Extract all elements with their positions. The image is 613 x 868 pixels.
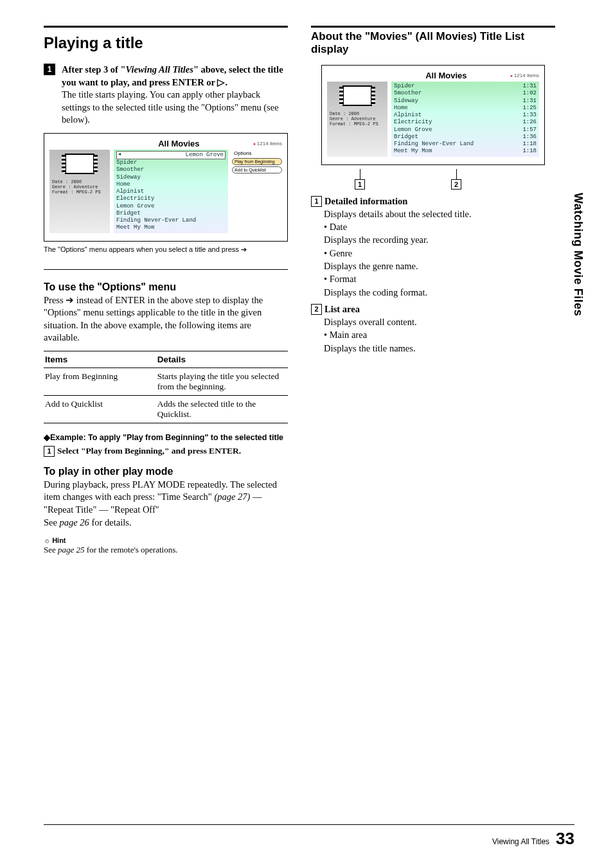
table-header: Items (44, 351, 156, 368)
text: Displays the title names. (324, 342, 555, 355)
shot-item-count: 1214 items (510, 73, 539, 78)
table-header: Details (156, 351, 288, 368)
text-italic: Viewing All Titles (126, 64, 193, 75)
label: Format (330, 121, 346, 127)
label: Genre (52, 184, 66, 190)
shot-title: All Movies (425, 71, 466, 80)
table-cell: Adds the selected title to the Quicklist… (156, 395, 288, 423)
film-icon (65, 154, 94, 174)
label: Date (52, 179, 63, 184)
list-item: Lemon Grove (116, 203, 154, 210)
duration: 1:18 (522, 141, 537, 148)
label: Format (52, 190, 68, 195)
list-item: Sideway (116, 174, 141, 181)
text: Displays the recording year. (324, 233, 555, 246)
shot-item-count: 1214 items (253, 141, 282, 146)
table-cell: Play from Beginning (44, 368, 156, 395)
section-heading: About the "Movies" (All Movies) Title Li… (311, 30, 555, 56)
callout-ref: 1 (311, 196, 322, 207)
list-item: Electricity (116, 195, 154, 202)
hint-body: See page 25 for the remote's operations. (44, 544, 288, 556)
text: See (44, 545, 58, 554)
table-row: Play from Beginning Starts playing the t… (44, 368, 288, 395)
list-item: Meet My Mom (116, 224, 154, 231)
option-play-beginning: Play from Beginning (232, 158, 282, 165)
rule (44, 26, 288, 28)
body-text: Press ➔ instead of ENTER in the above st… (44, 294, 288, 344)
example-heading: ◆Example: To apply "Play from Beginning"… (44, 432, 288, 442)
list-item: Sideway (394, 98, 418, 105)
hint-label: Hint (44, 536, 288, 544)
text: Displays details about the selected titl… (324, 208, 555, 220)
text: for details. (89, 517, 132, 527)
value: : MPEG-2 PS (71, 190, 100, 195)
table-cell: Starts playing the title you selected fr… (156, 368, 288, 395)
duration: 1:25 (522, 105, 537, 112)
text: for the remote's operations. (85, 545, 178, 554)
callout-pointers: 1 2 (329, 168, 537, 190)
duration: 1:02 (522, 90, 537, 97)
text: Displays the coding format. (324, 286, 555, 299)
duration: 1:26 (522, 119, 537, 126)
step-numbox: 1 (44, 446, 55, 457)
pageref: (page 27) (214, 492, 250, 502)
options-heading: Options (232, 150, 282, 157)
label: Genre (330, 116, 343, 121)
page-footer: Viewing All Titles 33 (44, 824, 574, 849)
duration: 1:36 (522, 134, 537, 141)
duration: 1:31 (522, 98, 537, 105)
list-item: Meet My Mom (394, 148, 432, 155)
options-table: Items Details Play from Beginning Starts… (44, 351, 288, 423)
shot-options-panel: Options Play from Beginning Add to Quick… (232, 150, 282, 233)
text: Displays overall content. (324, 315, 555, 328)
list-item: Bridget (116, 210, 141, 217)
list-item: Finding Never-Ever Land (394, 141, 474, 148)
text: See (44, 517, 60, 527)
rule (311, 26, 555, 28)
table-row: Add to Quicklist Adds the selected title… (44, 395, 288, 423)
bullet-label: • Genre (324, 247, 555, 260)
shot-info-panel: Date : 2006 Genre : Adventure Format : M… (327, 82, 387, 157)
list-item: Lemon Grove (186, 152, 224, 159)
list-item: Alpinist (116, 188, 144, 195)
list-item: Finding Never-Ever Land (116, 217, 196, 224)
pageref: page 25 (58, 545, 85, 554)
footer-section-label: Viewing All Titles (492, 837, 549, 846)
callout-1: 1 (355, 179, 365, 190)
bullet-label: • Format (324, 272, 555, 285)
value: : 2006 (343, 111, 359, 116)
bullet-label: • Main area (324, 328, 555, 341)
label: Date (330, 111, 341, 116)
detail-heading: Detailed information (324, 196, 407, 206)
playmode-heading: To play in other play mode (44, 466, 288, 477)
page-number: 33 (556, 829, 574, 849)
value: : MPEG-2 PS (348, 121, 378, 127)
callout-2: 2 (451, 179, 461, 190)
list-item: Smoother (116, 166, 144, 173)
screenshot-caption: The "Options" menu appears when you sele… (44, 245, 288, 254)
list-item: Spider (116, 159, 137, 166)
list-item: Home (116, 181, 130, 188)
options-menu-heading: To use the "Options" menu (44, 281, 288, 293)
text: After step 3 of " (62, 64, 126, 75)
pageref: page 26 (60, 517, 89, 527)
value: : 2006 (66, 179, 82, 184)
list-item: Home (394, 105, 408, 112)
list-item: Electricity (394, 119, 432, 126)
example-step: 1Select "Play from Beginning," and press… (44, 446, 288, 457)
side-tab-label: Watching Movie Files (571, 193, 585, 316)
text: Select "Play from Beginning," and press … (57, 446, 241, 456)
section-heading: Playing a title (44, 30, 288, 52)
step-1: 1 After step 3 of "Viewing All Titles" a… (44, 64, 288, 127)
value: : Adventure (346, 116, 375, 121)
text: Displays the genre name. (324, 260, 555, 272)
duration: 1:18 (522, 148, 537, 155)
shot-title-list: Lemon Grove Spider Smoother Sideway Home… (114, 150, 228, 233)
bullet-label: • Date (324, 220, 555, 233)
detail-heading: List area (324, 304, 360, 314)
shot-info-panel: Date : 2006 Genre : Adventure Format : M… (49, 150, 110, 233)
list-item: Bridget (394, 134, 418, 141)
divider (44, 269, 288, 270)
list-item: Smoother (394, 90, 422, 97)
table-cell: Add to Quicklist (44, 395, 156, 423)
